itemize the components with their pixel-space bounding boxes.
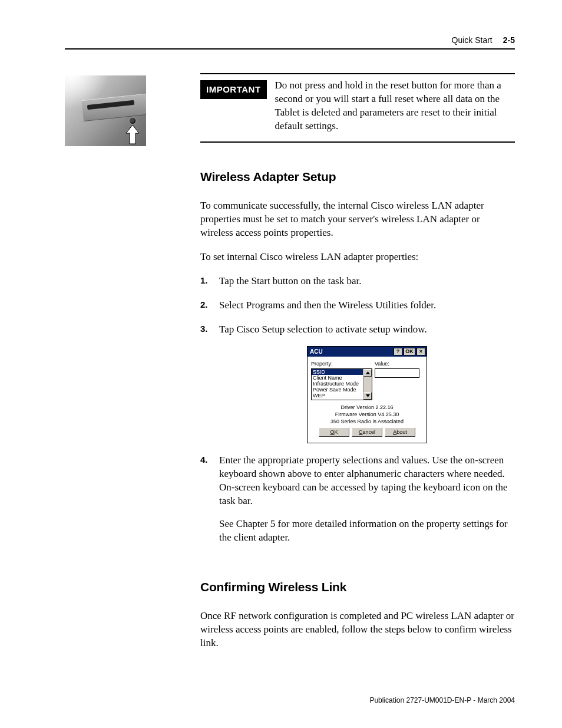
step-text: See Chapter 5 for more detailed informat… bbox=[219, 518, 515, 545]
reset-button-icon bbox=[130, 118, 135, 124]
important-text: Do not press and hold in the reset butto… bbox=[275, 79, 515, 133]
dialog-cancel-button[interactable]: Cancel bbox=[352, 427, 382, 437]
step-text: Tap Cisco Setup selection to activate se… bbox=[219, 323, 515, 337]
list-item[interactable]: WEP bbox=[312, 393, 363, 398]
page-header: Quick Start 2-5 bbox=[65, 35, 515, 45]
publication-footer: Publication 2727-UM001D-EN-P - March 200… bbox=[369, 696, 515, 704]
right-column: IMPORTANT Do not press and hold in the r… bbox=[200, 73, 515, 661]
steps-list: Tap the Start button on the task bar. Se… bbox=[200, 275, 515, 545]
status-line: Firmware Version V4.25.30 bbox=[311, 411, 423, 418]
step-item: Tap Cisco Setup selection to activate se… bbox=[200, 323, 515, 444]
body-paragraph: To set internal Cisco wireless LAN adapt… bbox=[200, 251, 515, 264]
acu-dialog: ACU ? OK × Property: Value: bbox=[307, 346, 427, 444]
header-section-label: Quick Start bbox=[452, 35, 492, 45]
step-text: Tap the Start button on the task bar. bbox=[219, 275, 515, 288]
dialog-property-row: SSID Client Name Infrastructure Mode Pow… bbox=[311, 368, 423, 400]
scroll-down-icon[interactable] bbox=[363, 392, 372, 400]
dialog-about-button[interactable]: About bbox=[385, 427, 415, 437]
close-button[interactable]: × bbox=[416, 348, 425, 355]
page: Quick Start 2-5 IMPORTANT Do not pre bbox=[0, 0, 562, 728]
device-photo bbox=[65, 75, 146, 146]
content-columns: IMPORTANT Do not press and hold in the r… bbox=[65, 73, 515, 661]
header-rule bbox=[65, 48, 515, 50]
left-column bbox=[65, 73, 200, 146]
dialog-buttons: OK Cancel About bbox=[311, 427, 423, 440]
property-listbox[interactable]: SSID Client Name Infrastructure Mode Pow… bbox=[311, 368, 372, 400]
important-callout: IMPORTANT Do not press and hold in the r… bbox=[200, 79, 515, 133]
dialog-status: Driver Version 2.22.16 Firmware Version … bbox=[311, 404, 423, 425]
important-rule-top bbox=[200, 73, 515, 74]
status-line: Driver Version 2.22.16 bbox=[311, 404, 423, 411]
step-text: Select Programs and then the Wireless Ut… bbox=[219, 299, 515, 312]
value-label: Value: bbox=[375, 360, 389, 367]
scroll-up-icon[interactable] bbox=[363, 369, 372, 377]
step-item: Select Programs and then the Wireless Ut… bbox=[200, 299, 515, 312]
important-badge: IMPORTANT bbox=[200, 80, 267, 99]
value-input[interactable] bbox=[375, 368, 419, 378]
titlebar-buttons: ? OK × bbox=[394, 348, 425, 355]
help-button[interactable]: ? bbox=[394, 348, 402, 355]
dialog-body: Property: Value: SSID Client Name Infras… bbox=[308, 357, 427, 443]
list-item-selected[interactable]: SSID bbox=[312, 369, 363, 375]
header-page-number: 2-5 bbox=[503, 35, 515, 45]
important-rule-bottom bbox=[200, 141, 515, 143]
list-item[interactable]: Infrastructure Mode bbox=[312, 381, 363, 387]
ok-title-button[interactable]: OK bbox=[404, 348, 415, 355]
step-item: Enter the appropriate property selection… bbox=[200, 454, 515, 545]
list-item[interactable]: Client Name bbox=[312, 375, 363, 381]
up-arrow-icon bbox=[125, 124, 140, 145]
section-title-wireless-adapter: Wireless Adapter Setup bbox=[200, 169, 515, 185]
body-paragraph: Once RF network configuration is complet… bbox=[200, 610, 515, 650]
dialog-labels-row: Property: Value: bbox=[311, 360, 423, 367]
dialog-figure: ACU ? OK × Property: Value: bbox=[219, 346, 515, 444]
step-text: Enter the appropriate property selection… bbox=[219, 454, 515, 508]
dialog-title: ACU bbox=[310, 348, 323, 356]
step-item: Tap the Start button on the task bar. bbox=[200, 275, 515, 288]
listbox-items: SSID Client Name Infrastructure Mode Pow… bbox=[312, 369, 363, 400]
property-label: Property: bbox=[311, 360, 375, 367]
dialog-ok-button[interactable]: OK bbox=[319, 427, 349, 437]
body-paragraph: To communicate successfully, the interna… bbox=[200, 199, 515, 240]
dialog-titlebar: ACU ? OK × bbox=[308, 347, 427, 357]
list-item[interactable]: Power Save Mode bbox=[312, 387, 363, 393]
section-title-confirming-link: Confirming Wireless Link bbox=[200, 579, 515, 595]
scrollbar[interactable] bbox=[363, 369, 372, 400]
status-line: 350 Series Radio is Associated bbox=[311, 418, 423, 425]
